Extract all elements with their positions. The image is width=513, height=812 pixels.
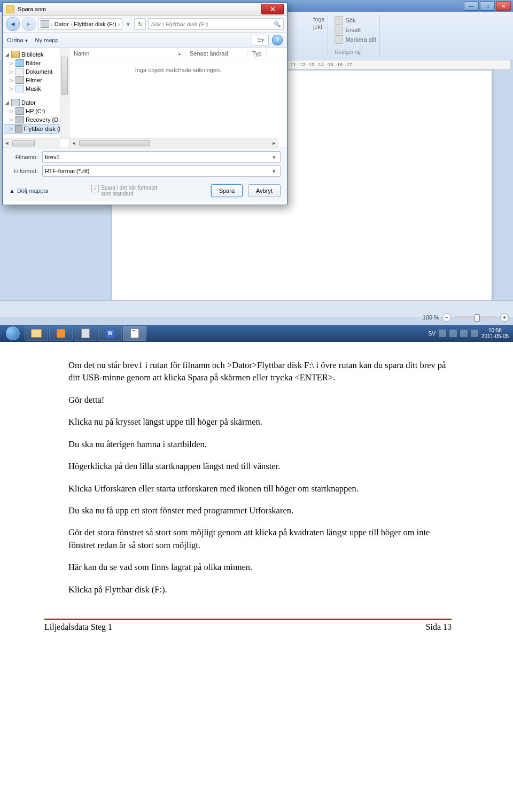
- tree-item-drive-f[interactable]: ▷Flyttbar disk (F:): [4, 124, 68, 134]
- usb-drive-icon: [15, 125, 22, 132]
- screenshot-area: — □ ✕ foga jekt Sök Ersätt Markera allt …: [0, 0, 513, 342]
- collapse-icon[interactable]: ◢: [5, 100, 10, 105]
- bg-minimize-button[interactable]: —: [464, 1, 479, 11]
- tree-item-drive-c[interactable]: ▷HP (C:): [4, 107, 68, 115]
- system-tray: SV 10:58 2011-05-05: [429, 327, 511, 339]
- document-body: Om det nu står brev1 i rutan för filnamn…: [0, 342, 513, 611]
- search-icon: 🔍: [274, 21, 281, 28]
- default-format-checkbox[interactable]: ✓ Spara i det här formatet som standard: [91, 185, 205, 197]
- zoom-slider[interactable]: [454, 316, 497, 318]
- tree-item-music[interactable]: ▷Musik: [4, 84, 68, 93]
- scroll-left-icon[interactable]: ◄: [3, 139, 11, 147]
- tray-date: 2011-05-05: [481, 333, 509, 339]
- tray-clock[interactable]: 10:58 2011-05-05: [481, 327, 509, 339]
- tree-item-documents[interactable]: ▷Dokument: [4, 67, 68, 76]
- expand-icon[interactable]: ▷: [9, 69, 14, 74]
- zoom-slider-thumb[interactable]: [475, 314, 480, 322]
- library-icon: [11, 51, 20, 58]
- ribbon-col-insert: foga jekt: [310, 15, 328, 56]
- music-icon: [15, 85, 24, 92]
- hdd-icon: [15, 107, 24, 115]
- chevron-down-icon[interactable]: ▾: [270, 168, 278, 175]
- organize-menu[interactable]: Ordna▼: [7, 37, 29, 43]
- expand-icon[interactable]: ▷: [9, 109, 14, 114]
- ribbon-item-foga[interactable]: foga: [313, 16, 324, 22]
- start-button[interactable]: [2, 326, 24, 341]
- dialog-body: ◢Bibliotek ▷Bilder ▷Dokument ▷Filmer ▷Mu…: [3, 48, 287, 147]
- zoom-out-button[interactable]: −: [442, 313, 451, 322]
- videos-icon: [15, 76, 24, 84]
- col-header-date[interactable]: Senast ändrad: [185, 50, 248, 57]
- col-header-type[interactable]: Typ: [248, 50, 267, 57]
- search-input[interactable]: Sök i Flyttbar disk (F:) 🔍: [148, 18, 284, 30]
- footer-page-number: Sida 13: [426, 622, 452, 632]
- tray-network-icon[interactable]: [460, 330, 468, 337]
- filename-label: Filnamn:: [9, 154, 38, 160]
- refresh-button[interactable]: ↻: [134, 18, 146, 30]
- taskbar-wordpad-icon[interactable]: [123, 326, 146, 341]
- breadcrumb-history-dropdown[interactable]: ▾: [125, 21, 132, 28]
- nav-forward-button[interactable]: ►: [22, 17, 36, 31]
- ribbon-item-selectall[interactable]: Markera allt: [335, 35, 376, 44]
- ribbon-item-replace[interactable]: Ersätt: [335, 26, 376, 34]
- taskbar-calc-icon[interactable]: [74, 326, 97, 341]
- tray-volume-icon[interactable]: [471, 330, 478, 337]
- collapse-icon[interactable]: ◢: [5, 52, 10, 57]
- breadcrumb-sep-icon: ›: [118, 21, 120, 27]
- hide-folders-link[interactable]: ▲Dölj mappar: [9, 188, 49, 194]
- tray-chevron-icon[interactable]: [439, 330, 446, 337]
- doc-paragraph: Du ska nu få upp ett stort fönster med p…: [68, 504, 452, 517]
- expand-icon[interactable]: ▷: [9, 118, 14, 122]
- new-folder-button[interactable]: Ny mapp: [35, 37, 59, 43]
- scroll-right-icon[interactable]: ►: [270, 139, 278, 147]
- bg-restore-button[interactable]: □: [480, 1, 495, 11]
- format-label: Filformat:: [9, 168, 38, 174]
- breadcrumb-seg-dator[interactable]: Dator: [55, 21, 69, 27]
- ribbon-group-label: Redigering: [335, 49, 360, 55]
- ribbon-item-jekt[interactable]: jekt: [313, 24, 324, 30]
- doc-paragraph: Här kan du se vad som finns lagrat på ol…: [68, 561, 452, 573]
- checkbox-icon[interactable]: ✓: [91, 185, 99, 192]
- taskbar-word-icon[interactable]: W: [98, 326, 122, 341]
- tree-horizontal-scrollbar[interactable]: ◄: [3, 138, 60, 147]
- tray-language[interactable]: SV: [429, 331, 436, 337]
- nav-back-button[interactable]: ◄: [6, 17, 20, 31]
- zoom-in-button[interactable]: +: [500, 313, 509, 322]
- tree-vertical-scrollbar[interactable]: [60, 48, 69, 139]
- expand-icon[interactable]: ▷: [10, 127, 13, 131]
- cancel-button[interactable]: Avbryt: [248, 184, 281, 197]
- pictures-icon: [15, 59, 24, 67]
- tree-item-videos[interactable]: ▷Filmer: [4, 76, 68, 84]
- filename-input[interactable]: brev1▾: [42, 151, 281, 163]
- tray-action-center-icon[interactable]: [449, 330, 457, 337]
- doc-paragraph: Klicka Utforskaren eller starta utforska…: [68, 482, 452, 495]
- filelist-horizontal-scrollbar[interactable]: ◄ ►: [69, 138, 278, 147]
- dialog-close-button[interactable]: ✕: [261, 4, 284, 14]
- chevron-down-icon[interactable]: ▾: [270, 154, 278, 161]
- doc-paragraph: Klicka nu på krysset längst uppe till hö…: [68, 416, 452, 428]
- ribbon-item-search[interactable]: Sök: [335, 16, 376, 25]
- taskbar-explorer-icon[interactable]: [25, 326, 48, 341]
- breadcrumb-seg-flyttbar[interactable]: Flyttbar disk (F:): [74, 21, 116, 27]
- expand-icon[interactable]: ▷: [9, 78, 14, 83]
- tree-item-computer[interactable]: ◢Dator: [4, 98, 68, 107]
- format-select[interactable]: RTF-format (*.rtf)▾: [42, 165, 281, 177]
- view-options-button[interactable]: ☰▾: [252, 35, 269, 45]
- doc-paragraph: Högerklicka på den lilla startknappen lä…: [68, 460, 452, 472]
- tree-item-pictures[interactable]: ▷Bilder: [4, 59, 68, 67]
- scroll-left-icon[interactable]: ◄: [69, 139, 78, 147]
- expand-icon[interactable]: ▷: [9, 61, 14, 66]
- hdd-icon: [15, 116, 24, 123]
- search-icon: [335, 16, 343, 25]
- tree-item-drive-d[interactable]: ▷Recovery (D:): [4, 115, 68, 124]
- bg-close-button[interactable]: ✕: [496, 1, 511, 11]
- documents-icon: [15, 68, 24, 75]
- help-button[interactable]: ?: [272, 35, 283, 45]
- doc-paragraph: Gör detta!: [68, 394, 452, 406]
- col-header-name[interactable]: Namn▴: [69, 50, 185, 57]
- save-button[interactable]: Spara: [211, 184, 243, 197]
- expand-icon[interactable]: ▷: [9, 87, 14, 91]
- breadcrumb[interactable]: › Dator › Flyttbar disk (F:) ›: [38, 18, 122, 30]
- tree-item-libraries[interactable]: ◢Bibliotek: [4, 50, 68, 59]
- taskbar-media-icon[interactable]: [49, 326, 73, 341]
